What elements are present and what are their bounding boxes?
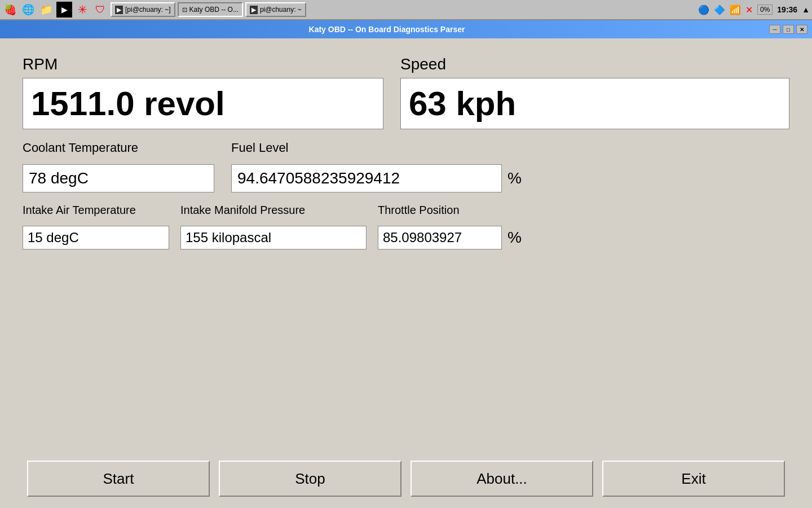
rpm-label: RPM — [23, 55, 383, 73]
raspberry-icon[interactable]: 🍓 — [2, 2, 18, 17]
imp-label: Intake Manifold Pressure — [180, 204, 367, 217]
rpm-value: 1511.0 revol — [23, 78, 383, 129]
middle-metrics-row: Coolant Temperature 78 degC Fuel Level 9… — [23, 141, 789, 192]
top-metrics-row: RPM 1511.0 revol Speed 63 kph — [23, 55, 789, 129]
main-content: RPM 1511.0 revol Speed 63 kph Coolant Te… — [0, 38, 812, 508]
about-button[interactable]: About... — [411, 461, 593, 497]
bluetooth-icon[interactable]: 🔵 — [698, 5, 709, 15]
throttle-group: Throttle Position 85.09803927 % — [378, 204, 789, 249]
minimize-button[interactable]: ─ — [769, 25, 780, 34]
speed-label: Speed — [400, 55, 789, 73]
throttle-unit: % — [508, 229, 522, 247]
speed-value: 63 kph — [400, 78, 789, 129]
terminal-window-btn-1[interactable]: ▶ [pi@chuany: ~] — [111, 2, 175, 17]
terminal-window-btn-2[interactable]: ▶ pi@chuany: ~ — [245, 2, 306, 17]
obd-window-btn[interactable]: ⊡ Katy OBD -- O... — [178, 2, 243, 17]
exit-button[interactable]: Exit — [602, 461, 785, 497]
window-titlebar: Katy OBD -- On Board Diagnostics Parser … — [0, 20, 812, 38]
fuel-value: 94.6470588235929412 — [231, 164, 502, 192]
start-button[interactable]: Start — [27, 461, 210, 497]
throttle-value-row: 85.09803927 % — [378, 226, 789, 249]
bluetooth-icon-2[interactable]: 🔷 — [714, 5, 725, 15]
iat-group: Intake Air Temperature 15 degC — [23, 204, 169, 249]
battery-indicator: 0% — [757, 5, 773, 15]
bottom-metrics-row: Intake Air Temperature 15 degC Intake Ma… — [23, 204, 789, 249]
folder-icon[interactable]: 📁 — [38, 2, 54, 17]
clock: 19:36 — [777, 5, 797, 14]
speed-group: Speed 63 kph — [400, 55, 789, 129]
browser-icon[interactable]: 🌐 — [20, 2, 36, 17]
fuel-unit: % — [508, 169, 522, 187]
rpm-group: RPM 1511.0 revol — [23, 55, 383, 129]
disconnect-icon: ✕ — [745, 5, 753, 15]
iat-label: Intake Air Temperature — [23, 204, 169, 217]
coolant-value: 78 degC — [23, 164, 214, 192]
stop-button[interactable]: Stop — [219, 461, 401, 497]
fuel-label: Fuel Level — [231, 141, 789, 155]
imp-value: 155 kilopascal — [180, 226, 367, 249]
throttle-value: 85.09803927 — [378, 226, 502, 249]
wifi-icon[interactable]: 📶 — [730, 5, 741, 15]
coolant-group: Coolant Temperature 78 degC — [23, 141, 214, 192]
taskbar: 🍓 🌐 📁 ▶ ✳ 🛡 ▶ [pi@chuany: ~] ⊡ Katy OBD … — [0, 0, 812, 20]
maximize-button[interactable]: □ — [783, 25, 794, 34]
window-controls: ─ □ ✕ — [769, 25, 807, 34]
system-tray: 🔵 🔷 📶 ✕ 0% 19:36 ▲ — [698, 5, 810, 15]
window-title: Katy OBD -- On Board Diagnostics Parser — [5, 25, 769, 34]
fuel-value-row: 94.6470588235929412 % — [231, 164, 789, 192]
close-button[interactable]: ✕ — [796, 25, 807, 34]
action-buttons-row: Start Stop About... Exit — [23, 455, 789, 497]
star-icon[interactable]: ✳ — [74, 2, 90, 17]
iat-value: 15 degC — [23, 226, 169, 249]
terminal-icon[interactable]: ▶ — [56, 2, 72, 17]
throttle-label: Throttle Position — [378, 204, 789, 217]
imp-group: Intake Manifold Pressure 155 kilopascal — [180, 204, 367, 249]
fuel-group: Fuel Level 94.6470588235929412 % — [231, 141, 789, 192]
notification-icon[interactable]: ▲ — [802, 5, 810, 14]
coolant-label: Coolant Temperature — [23, 141, 214, 155]
shield-icon[interactable]: 🛡 — [92, 2, 108, 17]
